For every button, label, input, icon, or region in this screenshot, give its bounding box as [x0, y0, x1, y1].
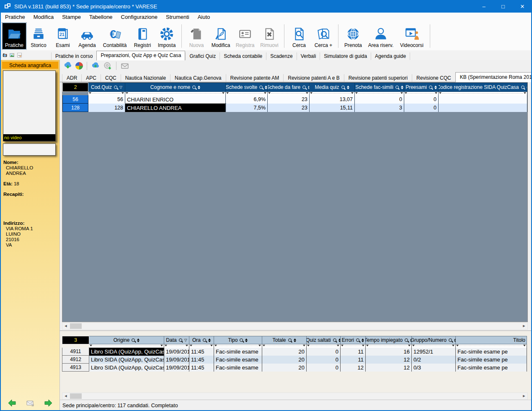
cell-schede-fac-simili[interactable]: 3: [355, 104, 404, 112]
filter-cell[interactable]: [456, 344, 527, 348]
close-button[interactable]: ✕: [513, 0, 532, 13]
menu-aiuto[interactable]: Aiuto: [194, 13, 214, 21]
toolbar-registri-button[interactable]: Registri: [130, 23, 155, 49]
maximize-button[interactable]: □: [493, 0, 513, 13]
cell-schede-svolte[interactable]: 7,5%: [226, 104, 268, 112]
cell-tempo-impiegato[interactable]: 16: [366, 348, 412, 356]
toolbar-registra-button[interactable]: Registra: [233, 23, 257, 49]
column-header-schede-da-fare[interactable]: Schede da fare: [268, 83, 310, 92]
column-header-gruppo-numero[interactable]: Gruppo/Numero: [412, 336, 456, 344]
search-icon[interactable]: [240, 338, 243, 342]
search-icon[interactable]: [259, 86, 263, 89]
filter-cell[interactable]: [164, 344, 189, 348]
search-icon[interactable]: [114, 86, 117, 89]
cell-tempo-impiegato[interactable]: 12: [366, 356, 412, 364]
column-header-errori[interactable]: Errori: [341, 336, 366, 344]
filter-cell[interactable]: [262, 344, 307, 348]
table-row[interactable]: 4911 Libro SIDA (QuizApp, QuizCasa) 19/0…: [62, 348, 527, 356]
sort-icon[interactable]: [362, 338, 364, 342]
cell-media-quiz[interactable]: 15,11: [310, 104, 355, 112]
row-header[interactable]: 128: [62, 104, 88, 112]
cell-quiz-saltati[interactable]: 0: [307, 356, 341, 364]
table-row[interactable]: 128 128 CHIARELLO ANDREA 7,5% 23 15,11 3…: [62, 104, 527, 112]
filter-icon[interactable]: ▽: [184, 338, 187, 342]
cell-schede-fac-simili[interactable]: 0: [355, 95, 404, 104]
cell-codice-registrazione[interactable]: [439, 95, 527, 104]
cell-titolo[interactable]: Fac-simile esame pe: [456, 348, 527, 356]
column-header-preesami[interactable]: Preesami: [404, 83, 439, 92]
search-icon[interactable]: [333, 338, 336, 342]
cell-media-quiz[interactable]: 13,07: [310, 95, 355, 104]
send-mail-icon[interactable]: [26, 400, 34, 407]
cell-ora[interactable]: 11:45: [189, 356, 214, 364]
tab-simulatore-di-guida[interactable]: Simulatore di guida: [320, 52, 371, 60]
menu-strumenti[interactable]: Strumenti: [162, 13, 194, 21]
cell-codice-registrazione[interactable]: [439, 104, 527, 112]
cell-preesami[interactable]: 0: [404, 104, 439, 112]
search-icon[interactable]: [192, 86, 196, 89]
column-header-ora[interactable]: Ora: [189, 336, 214, 344]
camera-icon[interactable]: [3, 52, 7, 58]
row-header[interactable]: 4912: [62, 356, 89, 364]
tab-agenda-guide[interactable]: Agenda guide: [371, 52, 410, 60]
cell-titolo[interactable]: Fac-simile esame pe: [456, 364, 527, 372]
toolbar-contabilita-button[interactable]: € Contabilità: [99, 23, 130, 49]
sort-icon[interactable]: [294, 338, 296, 342]
filter-icon[interactable]: ▽: [119, 86, 122, 89]
cell-origine[interactable]: Libro SIDA (QuizApp, QuizCasa): [89, 364, 164, 372]
sort-icon[interactable]: [265, 86, 267, 89]
filter-cell[interactable]: [366, 344, 412, 348]
table-row[interactable]: 4912 Libro SIDA (QuizApp, QuizCasa) 19/0…: [62, 356, 527, 364]
search-icon[interactable]: [132, 338, 135, 342]
toolbar-modifica-button[interactable]: Modifica: [209, 23, 233, 49]
search-icon[interactable]: [356, 338, 359, 342]
table-row[interactable]: 4913 Libro SIDA (QuizApp, QuizCasa) 19/0…: [62, 364, 527, 372]
column-header-totale[interactable]: Totale: [262, 336, 307, 344]
cell-ora[interactable]: 11:45: [189, 348, 214, 356]
sort-icon[interactable]: [434, 86, 437, 89]
sort-icon[interactable]: [137, 338, 139, 342]
column-header-titolo[interactable]: Titolo: [456, 336, 527, 344]
quiz-stats-pie-icon[interactable]: [75, 62, 83, 70]
filter-cell[interactable]: [214, 344, 262, 348]
toolbar-imposta-button[interactable]: Imposta: [155, 23, 179, 49]
cell-tipo[interactable]: Fac-simile esame: [214, 364, 262, 372]
tab-nautica-nazionale[interactable]: Nautica Nazionale: [121, 74, 170, 82]
table-row[interactable]: 56 56 CHIARINI ENRICO 6,9% 23 13,07 0 0: [62, 95, 527, 104]
search-icon[interactable]: [341, 86, 345, 89]
column-header-schede-svolte[interactable]: Schede svolte: [226, 83, 268, 92]
cell-quiz-saltati[interactable]: 0: [307, 348, 341, 356]
cell-cognome-nome[interactable]: CHIARINI ENRICO: [125, 95, 226, 104]
column-header-cognome-nome[interactable]: Cognome e nome: [125, 83, 226, 92]
tab-kb-sperimentazione[interactable]: KB (Sperimentazione Roma 2018): [455, 72, 532, 82]
sort-icon[interactable]: [347, 86, 349, 89]
tab-revisione-patente-am[interactable]: Revisione patente AM: [226, 74, 284, 82]
cell-gruppo-numero[interactable]: 0/2: [412, 356, 456, 364]
sort-icon[interactable]: [527, 86, 527, 89]
sort-icon[interactable]: [245, 338, 248, 342]
cell-cod-quiz[interactable]: 128: [88, 104, 125, 112]
toolbar-esami-button[interactable]: 21 Esami: [51, 23, 75, 49]
cell-preesami[interactable]: 0: [404, 95, 439, 104]
menu-modifica[interactable]: Modifica: [29, 13, 58, 21]
scroll-left-icon[interactable]: ◄: [62, 323, 69, 329]
menu-tabellone[interactable]: Tabellone: [85, 13, 117, 21]
search-icon[interactable]: [302, 86, 306, 89]
sort-icon[interactable]: [401, 86, 403, 89]
scrollbar-thumb[interactable]: [70, 393, 82, 399]
filter-cell[interactable]: [268, 92, 310, 95]
cell-tipo[interactable]: Fac-simile esame: [214, 348, 262, 356]
students-horizontal-scrollbar[interactable]: ◄ ►: [62, 323, 528, 330]
cell-cod-quiz[interactable]: 56: [88, 95, 125, 104]
scrollbar-thumb[interactable]: [70, 323, 82, 329]
cell-errori[interactable]: 12: [341, 364, 366, 372]
cell-schede-da-fare[interactable]: 23: [268, 104, 310, 112]
column-header-cod-quiz[interactable]: Cod.Quiz ▽: [88, 83, 125, 92]
cell-errori[interactable]: 11: [341, 348, 366, 356]
tab-pratiche-in-corso[interactable]: Pratiche in corso: [51, 52, 96, 60]
tab-cqc[interactable]: CQC: [101, 74, 121, 82]
cell-origine-selected[interactable]: Libro SIDA (QuizApp, QuizCasa): [89, 348, 164, 356]
filter-cell[interactable]: [341, 344, 366, 348]
cell-gruppo-numero[interactable]: 12952/1: [412, 348, 456, 356]
sort-icon[interactable]: [208, 338, 211, 342]
